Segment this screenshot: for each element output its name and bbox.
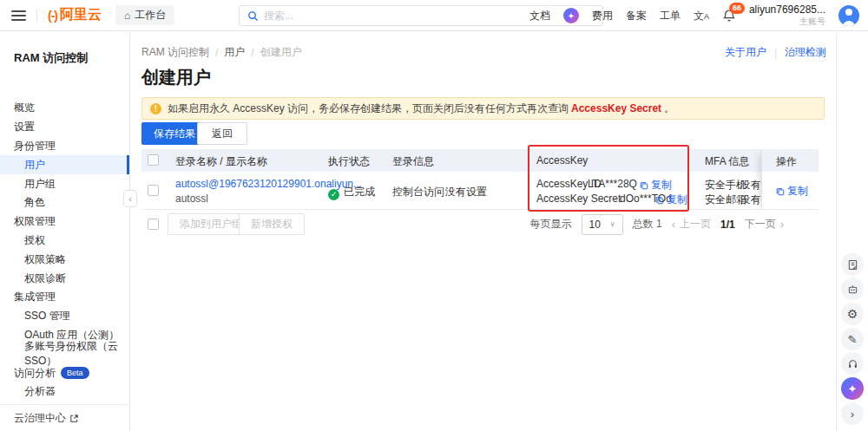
account-type: 主账号 [799,16,825,28]
sidebar-item[interactable]: 用户 [0,155,129,174]
sidebar-item[interactable]: SSO 管理 [0,307,129,326]
sidebar-item-label: SSO 管理 [24,309,70,323]
sidebar-items: 概览设置身份管理用户用户组角色权限管理授权权限策略权限诊断集成管理SSO 管理O… [0,99,129,421]
page: (-) 阿里云 ⌂ 工作台 文档 ✦ 费用 备案 工单 文A 66 aliyun… [0,0,868,431]
sidebar-item[interactable]: 多账号身份权限（云 SSO） [0,344,129,363]
divider [36,9,37,23]
hamburger-menu-icon[interactable] [11,10,26,21]
search-icon [247,10,259,22]
nav-billing[interactable]: 费用 [592,9,613,23]
copy-icon [640,181,648,190]
language-icon[interactable]: 文A [694,9,709,23]
ai-assistant-icon[interactable]: ✦ [563,8,579,23]
row-copy-action[interactable]: 复制 [776,184,808,199]
contract-icon[interactable] [841,253,864,276]
page-indicator: 1/1 [720,219,735,231]
prev-page-button[interactable]: ‹上一页 [672,217,711,232]
pencil-icon[interactable]: ✎ [841,328,864,350]
notifications-button[interactable]: 66 [722,9,736,23]
sidebar-item-label: 多账号身份权限（云 SSO） [24,339,129,369]
nav-tickets[interactable]: 工单 [660,9,681,23]
sidebar-item[interactable]: 身份管理 [0,137,129,156]
chevron-down-icon: ∨ [610,220,615,228]
headset-icon[interactable] [841,352,864,375]
chevron-left-icon: ‹ [672,218,675,231]
breadcrumb-item[interactable]: 用户 [224,45,245,60]
robot-icon[interactable] [841,278,864,300]
external-link-icon [69,414,79,423]
col-login-name: 登录名称 / 显示名称 [175,154,267,169]
accesskey-secret-label: AccessKey Secret [536,193,621,205]
account-name: aliyun7696285... [749,3,825,16]
aliyun-logo-mark: (-) [48,9,57,23]
footer-select-all-checkbox[interactable] [148,219,159,230]
table-row: autossl@1967623120129901.onaliyun... aut… [141,172,819,210]
breadcrumb-separator: / [251,47,253,59]
chevron-right-icon: › [780,218,784,231]
select-all-checkbox[interactable] [148,154,159,166]
topbar-right: 文档 ✦ 费用 备案 工单 文A 66 aliyun7696285... 主账号 [529,0,859,31]
back-button[interactable]: 返回 [197,122,247,145]
table-header: 登录名称 / 显示名称 执行状态 登录信息 AccessKey MFA 信息 [141,149,819,172]
pagination-row: 添加到用户组 新增授权 每页显示 10∨ 总数 1 ‹上一页 1/1 下一页› [141,213,819,236]
col-mfa: MFA 信息 [705,154,749,169]
sidebar-title: RAM 访问控制 [0,31,129,66]
sidebar-item[interactable]: 集成管理 [0,288,129,307]
breadcrumb-item[interactable]: RAM 访问控制 [141,45,209,60]
accesskey-id-value: LTA***28Q [588,178,637,190]
copy-icon [776,187,785,196]
gear-icon[interactable]: ⚙ [841,303,864,325]
sidebar-item[interactable]: 授权 [0,232,129,251]
sidebar-collapse-handle[interactable]: ‹ [123,190,137,207]
collapse-right-icon[interactable]: › [841,402,864,425]
col-status: 执行状态 [328,154,370,169]
user-display-name: autossl [175,193,208,205]
topbar: (-) 阿里云 ⌂ 工作台 文档 ✦ 费用 备案 工单 文A 66 aliyun… [0,0,868,31]
sidebar-item-label: 设置 [14,120,35,134]
sidebar-item-label: 角色 [24,195,45,210]
per-page-label: 每页显示 [530,217,572,232]
sidebar-item[interactable]: 用户组 [0,174,129,193]
nav-icp[interactable]: 备案 [626,9,647,23]
sidebar-item[interactable]: 分析器 [0,382,129,402]
copy-accesskey-id-button[interactable]: 复制 [640,178,672,193]
sidebar-item[interactable]: 设置 [0,118,129,137]
warning-highlight: AccessKey Secret [571,102,661,114]
ai-assistant-icon[interactable]: ✦ [841,377,864,400]
sidebar-item-label: 授权 [24,233,45,248]
sidebar-item[interactable]: 权限诊断 [0,269,129,288]
sidebar-item[interactable]: 概览 [0,99,129,118]
sidebar-item[interactable]: 权限策略 [0,250,129,269]
actions-fixed-column: 操作 复制 [761,149,819,210]
breadcrumb-separator: / [215,47,218,59]
copy-accesskey-secret-button[interactable]: 复制 [655,193,687,207]
sidebar-item-label: 集成管理 [14,290,56,304]
warning-banner: ! 如果启用永久 AccessKey 访问，务必保存创建结果，页面关闭后没有任何… [141,97,825,120]
beta-badge: Beta [61,367,89,379]
sidebar-footer-label: 云治理中心 [14,411,66,426]
warning-icon: ! [150,103,161,114]
pagination-controls: 每页显示 10∨ 总数 1 ‹上一页 1/1 下一页› [530,213,784,235]
total-count: 1 [656,218,662,230]
page-size-select[interactable]: 10∨ [582,214,623,235]
success-check-icon: ✓ [328,189,339,200]
sidebar-item-label: 访问分析 [14,366,56,381]
sidebar-item[interactable]: 角色 [0,193,129,212]
aliyun-logo[interactable]: (-) 阿里云 [48,6,102,24]
copy-icon [655,196,664,205]
add-grant-button[interactable]: 新增授权 [239,213,305,235]
workbench-button[interactable]: ⌂ 工作台 [115,5,174,25]
next-page-button[interactable]: 下一页› [745,217,784,232]
nav-docs[interactable]: 文档 [529,9,550,23]
status-badge: ✓已完成 [328,185,375,200]
avatar[interactable] [838,5,859,26]
sidebar-item[interactable]: 权限管理 [0,212,129,232]
sidebar-footer-link[interactable]: 云治理中心 [0,404,129,431]
governance-check-link[interactable]: 治理检测 [785,45,826,60]
about-users-link[interactable]: 关于用户 [725,45,766,60]
account-menu[interactable]: aliyun7696285... 主账号 [749,3,825,28]
divider: | [774,47,777,59]
workbench-label: 工作台 [135,8,166,23]
header-links: 关于用户 | 治理检测 [725,45,826,60]
row-checkbox[interactable] [148,185,159,196]
